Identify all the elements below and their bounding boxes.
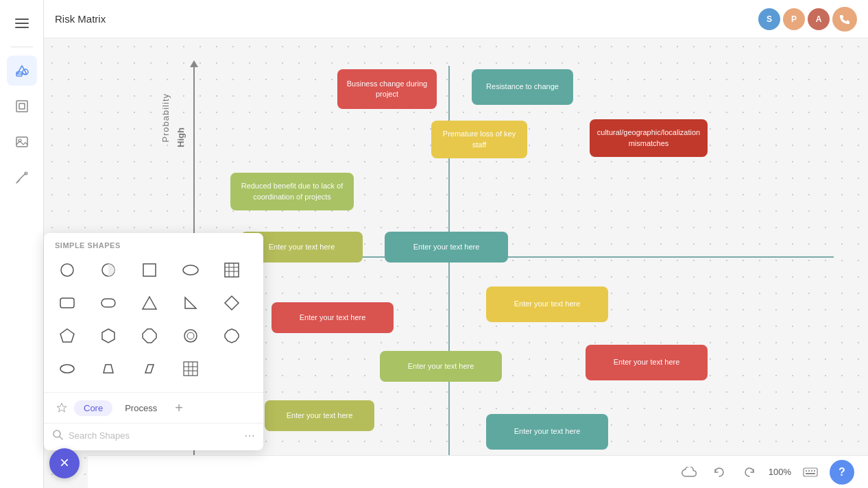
svg-point-28	[60, 365, 74, 373]
header: Risk Matrix S P A	[44, 0, 868, 38]
risk-card-ph5[interactable]: Enter your text here	[380, 351, 502, 382]
risk-card-resistance[interactable]: Resistance to change	[472, 69, 573, 105]
rounded-rect-shape[interactable]	[52, 288, 82, 318]
risk-card-ph4[interactable]: Enter your text here	[486, 286, 608, 322]
svg-rect-2	[15, 27, 29, 28]
avatar-s: S	[758, 8, 780, 30]
svg-rect-5	[16, 101, 27, 112]
help-button[interactable]: ?	[830, 460, 854, 485]
svg-point-18	[183, 265, 198, 275]
square-shape[interactable]	[134, 255, 165, 285]
right-triangle-shape[interactable]	[176, 288, 206, 318]
svg-point-26	[184, 330, 197, 342]
risk-card-premature-loss[interactable]: Premature loss of key staff	[431, 121, 527, 158]
svg-rect-6	[19, 103, 25, 109]
circle-shape[interactable]	[52, 255, 82, 285]
svg-rect-10	[804, 468, 817, 476]
shapes-section-label: SIMPLE SHAPES	[44, 233, 263, 255]
svg-rect-17	[143, 264, 156, 276]
search-bar: ⋯	[44, 423, 263, 445]
ellipse-shape[interactable]	[176, 255, 206, 285]
svg-rect-13	[811, 470, 812, 472]
svg-rect-19	[225, 263, 239, 277]
shapes-tool[interactable]	[7, 56, 37, 86]
image-tool[interactable]	[7, 127, 37, 157]
app-container: Risk Matrix S P A Probability High	[0, 0, 868, 488]
avatar-p: P	[783, 8, 805, 30]
svg-rect-0	[15, 19, 29, 20]
ellipse2-shape[interactable]	[52, 354, 82, 384]
svg-rect-24	[60, 298, 74, 308]
trapezoid-shape[interactable]	[93, 354, 123, 384]
shapes-grid	[44, 255, 263, 392]
y-axis-probability-label: Probability	[160, 93, 171, 143]
tab-star-icon	[52, 398, 71, 417]
risk-card-ph3[interactable]: Enter your text here	[272, 302, 394, 333]
parallelogram-shape[interactable]	[134, 354, 165, 384]
zoom-level: 100%	[769, 467, 791, 477]
risk-card-ph7[interactable]: Enter your text here	[265, 400, 374, 431]
frame-tool[interactable]	[7, 91, 37, 121]
risk-card-ph2[interactable]: Enter your text here	[385, 232, 508, 263]
diamond-shape[interactable]	[217, 288, 247, 318]
svg-rect-25	[101, 299, 115, 307]
keyboard-button[interactable]	[799, 461, 821, 483]
fab-close-button[interactable]: ×	[49, 448, 80, 478]
draw-tool[interactable]	[7, 162, 37, 193]
octagon-shape[interactable]	[134, 321, 165, 351]
collaborators: S P A	[758, 7, 857, 32]
svg-line-35	[60, 437, 62, 439]
svg-rect-1	[15, 23, 29, 24]
risk-card-reduced-benefit[interactable]: Reduced benefit due to lack of coordinat…	[230, 173, 354, 210]
call-button[interactable]	[832, 7, 857, 32]
triangle-shape[interactable]	[134, 288, 165, 318]
menu-button[interactable]	[7, 8, 37, 38]
search-icon	[52, 429, 63, 442]
cloud-sync-button[interactable]	[678, 461, 700, 483]
table-shape[interactable]	[217, 255, 247, 285]
hexagon-shape[interactable]	[93, 321, 123, 351]
toolbar-divider	[11, 47, 33, 47]
y-axis-high-label: High	[176, 127, 186, 147]
crescent-shape[interactable]	[93, 255, 123, 285]
risk-card-cultural[interactable]: cultural/geographic/localization mismatc…	[590, 119, 708, 157]
svg-rect-12	[808, 470, 810, 472]
undo-button[interactable]	[708, 461, 730, 483]
search-more-button[interactable]: ⋯	[244, 429, 255, 442]
shapes-panel: SIMPLE SHAPES	[44, 233, 263, 450]
panel-tabs: Core Process +	[44, 392, 263, 423]
add-tab-button[interactable]: +	[169, 398, 189, 417]
risk-card-ph8[interactable]: Enter your text here	[486, 414, 608, 450]
redo-button[interactable]	[738, 461, 760, 483]
bottom-toolbar: 100% ?	[88, 455, 868, 488]
search-shapes-input[interactable]	[69, 430, 239, 441]
left-toolbar	[0, 0, 44, 488]
svg-point-27	[187, 332, 194, 339]
risk-card-ph6[interactable]: Enter your text here	[586, 345, 708, 380]
svg-rect-7	[16, 137, 27, 147]
svg-point-16	[61, 264, 73, 276]
rounded-rect2-shape[interactable]	[93, 288, 123, 318]
avatar-a: A	[808, 8, 830, 30]
svg-rect-14	[814, 470, 815, 472]
circle2-shape[interactable]	[176, 321, 206, 351]
risk-card-business-change[interactable]: Business change during project	[337, 69, 437, 109]
svg-rect-11	[806, 470, 807, 472]
document-title[interactable]: Risk Matrix	[55, 13, 750, 25]
pentagon-shape[interactable]	[52, 321, 82, 351]
y-axis-arrow	[190, 60, 198, 67]
svg-rect-15	[806, 473, 815, 474]
tab-process[interactable]: Process	[115, 400, 167, 416]
svg-rect-29	[184, 362, 197, 376]
decagon-shape[interactable]	[217, 321, 247, 351]
tab-core[interactable]: Core	[74, 400, 112, 416]
grid-shape[interactable]	[176, 354, 206, 384]
